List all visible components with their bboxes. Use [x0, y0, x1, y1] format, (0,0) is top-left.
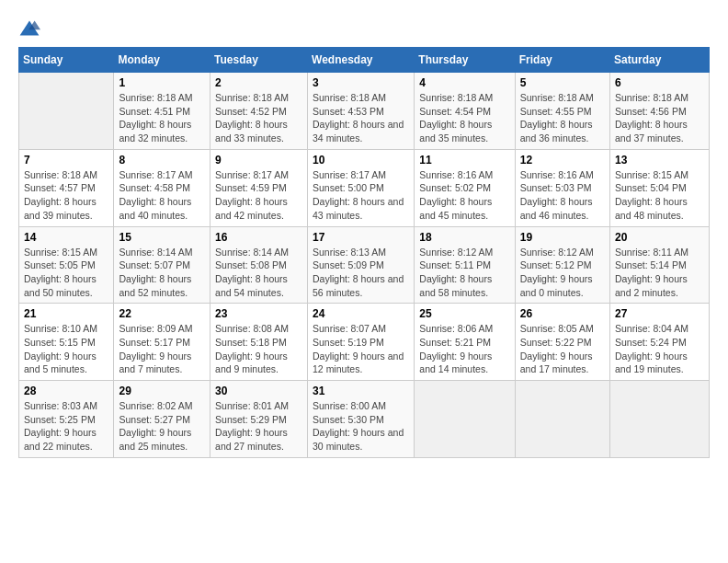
day-number: 31 [313, 385, 409, 397]
day-info: Sunrise: 8:18 AMSunset: 4:54 PMDaylight:… [419, 91, 509, 145]
day-info: Sunrise: 8:18 AMSunset: 4:56 PMDaylight:… [615, 91, 704, 145]
day-info: Sunrise: 8:08 AMSunset: 5:18 PMDaylight:… [215, 322, 302, 376]
day-number: 29 [119, 385, 205, 397]
day-number: 6 [615, 76, 704, 89]
calendar-cell: 19Sunrise: 8:12 AMSunset: 5:12 PMDayligh… [515, 226, 609, 304]
day-number: 5 [520, 76, 605, 89]
day-number: 22 [119, 307, 205, 320]
calendar-cell: 9Sunrise: 8:17 AMSunset: 4:59 PMDaylight… [210, 149, 308, 226]
calendar-cell [19, 73, 114, 150]
day-info: Sunrise: 8:14 AMSunset: 5:07 PMDaylight:… [119, 246, 205, 300]
day-number: 20 [615, 231, 704, 244]
day-number: 27 [615, 307, 704, 320]
calendar-cell: 10Sunrise: 8:17 AMSunset: 5:00 PMDayligh… [308, 149, 415, 226]
day-info: Sunrise: 8:18 AMSunset: 4:52 PMDaylight:… [215, 91, 302, 145]
day-info: Sunrise: 8:17 AMSunset: 5:00 PMDaylight:… [313, 168, 409, 223]
day-info: Sunrise: 8:05 AMSunset: 5:22 PMDaylight:… [520, 322, 605, 376]
day-number: 12 [520, 154, 605, 167]
calendar-cell: 28Sunrise: 8:03 AMSunset: 5:25 PMDayligh… [19, 381, 114, 458]
calendar-cell: 25Sunrise: 8:06 AMSunset: 5:21 PMDayligh… [415, 304, 515, 381]
header-row: SundayMondayTuesdayWednesdayThursdayFrid… [19, 48, 710, 73]
calendar-cell: 13Sunrise: 8:15 AMSunset: 5:04 PMDayligh… [610, 149, 710, 226]
calendar-cell: 22Sunrise: 8:09 AMSunset: 5:17 PMDayligh… [114, 304, 210, 381]
day-info: Sunrise: 8:15 AMSunset: 5:04 PMDaylight:… [615, 168, 704, 223]
day-info: Sunrise: 8:11 AMSunset: 5:14 PMDaylight:… [615, 246, 704, 300]
calendar-body: 1Sunrise: 8:18 AMSunset: 4:51 PMDaylight… [19, 73, 710, 458]
calendar-cell: 17Sunrise: 8:13 AMSunset: 5:09 PMDayligh… [308, 226, 415, 304]
calendar-cell: 30Sunrise: 8:01 AMSunset: 5:29 PMDayligh… [210, 381, 308, 458]
calendar-cell: 14Sunrise: 8:15 AMSunset: 5:05 PMDayligh… [19, 226, 114, 304]
day-info: Sunrise: 8:12 AMSunset: 5:12 PMDaylight:… [520, 246, 605, 300]
calendar-cell: 29Sunrise: 8:02 AMSunset: 5:27 PMDayligh… [114, 381, 210, 458]
day-number: 17 [313, 231, 409, 244]
calendar-cell: 11Sunrise: 8:16 AMSunset: 5:02 PMDayligh… [415, 149, 515, 226]
calendar-cell: 21Sunrise: 8:10 AMSunset: 5:15 PMDayligh… [19, 304, 114, 381]
calendar-cell: 2Sunrise: 8:18 AMSunset: 4:52 PMDaylight… [210, 73, 308, 150]
day-info: Sunrise: 8:17 AMSunset: 4:59 PMDaylight:… [215, 168, 302, 223]
day-number: 11 [419, 154, 509, 167]
day-info: Sunrise: 8:18 AMSunset: 4:51 PMDaylight:… [119, 91, 205, 145]
calendar-cell: 12Sunrise: 8:16 AMSunset: 5:03 PMDayligh… [515, 149, 609, 226]
day-number: 18 [419, 231, 509, 244]
calendar-cell: 15Sunrise: 8:14 AMSunset: 5:07 PMDayligh… [114, 226, 210, 304]
day-number: 24 [313, 307, 409, 320]
day-number: 9 [215, 154, 302, 167]
day-number: 16 [215, 231, 302, 244]
day-info: Sunrise: 8:15 AMSunset: 5:05 PMDaylight:… [24, 246, 108, 300]
day-number: 1 [119, 76, 205, 89]
day-number: 7 [24, 154, 108, 167]
day-number: 26 [520, 307, 605, 320]
calendar-table: SundayMondayTuesdayWednesdayThursdayFrid… [18, 47, 710, 458]
day-number: 21 [24, 307, 108, 320]
calendar-cell: 18Sunrise: 8:12 AMSunset: 5:11 PMDayligh… [415, 226, 515, 304]
calendar-cell: 3Sunrise: 8:18 AMSunset: 4:53 PMDaylight… [308, 73, 415, 150]
day-info: Sunrise: 8:18 AMSunset: 4:53 PMDaylight:… [313, 91, 409, 145]
day-info: Sunrise: 8:13 AMSunset: 5:09 PMDaylight:… [313, 246, 409, 300]
day-number: 8 [119, 154, 205, 167]
calendar-cell: 20Sunrise: 8:11 AMSunset: 5:14 PMDayligh… [610, 226, 710, 304]
day-number: 13 [615, 154, 704, 167]
day-number: 30 [215, 385, 302, 397]
header [18, 18, 710, 38]
day-number: 15 [119, 231, 205, 244]
day-info: Sunrise: 8:14 AMSunset: 5:08 PMDaylight:… [215, 246, 302, 300]
day-info: Sunrise: 8:16 AMSunset: 5:03 PMDaylight:… [520, 168, 605, 223]
week-row-3: 14Sunrise: 8:15 AMSunset: 5:05 PMDayligh… [19, 226, 710, 304]
day-number: 23 [215, 307, 302, 320]
column-header-saturday: Saturday [610, 48, 710, 73]
day-number: 14 [24, 231, 108, 244]
logo-icon [18, 19, 40, 38]
column-header-tuesday: Tuesday [210, 48, 308, 73]
day-info: Sunrise: 8:06 AMSunset: 5:21 PMDaylight:… [419, 322, 509, 376]
day-info: Sunrise: 8:02 AMSunset: 5:27 PMDaylight:… [119, 399, 205, 454]
calendar-cell: 7Sunrise: 8:18 AMSunset: 4:57 PMDaylight… [19, 149, 114, 226]
calendar-cell: 27Sunrise: 8:04 AMSunset: 5:24 PMDayligh… [610, 304, 710, 381]
column-header-friday: Friday [515, 48, 609, 73]
day-info: Sunrise: 8:16 AMSunset: 5:02 PMDaylight:… [419, 168, 509, 223]
column-header-thursday: Thursday [415, 48, 515, 73]
week-row-1: 1Sunrise: 8:18 AMSunset: 4:51 PMDaylight… [19, 73, 710, 150]
column-header-wednesday: Wednesday [308, 48, 415, 73]
day-info: Sunrise: 8:00 AMSunset: 5:30 PMDaylight:… [313, 399, 409, 454]
day-info: Sunrise: 8:10 AMSunset: 5:15 PMDaylight:… [24, 322, 108, 376]
day-info: Sunrise: 8:01 AMSunset: 5:29 PMDaylight:… [215, 399, 302, 454]
calendar-cell [415, 381, 515, 458]
calendar-cell: 23Sunrise: 8:08 AMSunset: 5:18 PMDayligh… [210, 304, 308, 381]
calendar-cell: 26Sunrise: 8:05 AMSunset: 5:22 PMDayligh… [515, 304, 609, 381]
calendar-cell [515, 381, 609, 458]
day-number: 2 [215, 76, 302, 89]
day-info: Sunrise: 8:17 AMSunset: 4:58 PMDaylight:… [119, 168, 205, 223]
calendar-header: SundayMondayTuesdayWednesdayThursdayFrid… [19, 48, 710, 73]
day-info: Sunrise: 8:12 AMSunset: 5:11 PMDaylight:… [419, 246, 509, 300]
calendar-cell: 31Sunrise: 8:00 AMSunset: 5:30 PMDayligh… [308, 381, 415, 458]
calendar-cell [610, 381, 710, 458]
day-info: Sunrise: 8:07 AMSunset: 5:19 PMDaylight:… [313, 322, 409, 376]
calendar-cell: 6Sunrise: 8:18 AMSunset: 4:56 PMDaylight… [610, 73, 710, 150]
week-row-5: 28Sunrise: 8:03 AMSunset: 5:25 PMDayligh… [19, 381, 710, 458]
day-info: Sunrise: 8:03 AMSunset: 5:25 PMDaylight:… [24, 399, 108, 454]
week-row-2: 7Sunrise: 8:18 AMSunset: 4:57 PMDaylight… [19, 149, 710, 226]
day-number: 10 [313, 154, 409, 167]
day-number: 25 [419, 307, 509, 320]
calendar-cell: 5Sunrise: 8:18 AMSunset: 4:55 PMDaylight… [515, 73, 609, 150]
calendar-cell: 8Sunrise: 8:17 AMSunset: 4:58 PMDaylight… [114, 149, 210, 226]
